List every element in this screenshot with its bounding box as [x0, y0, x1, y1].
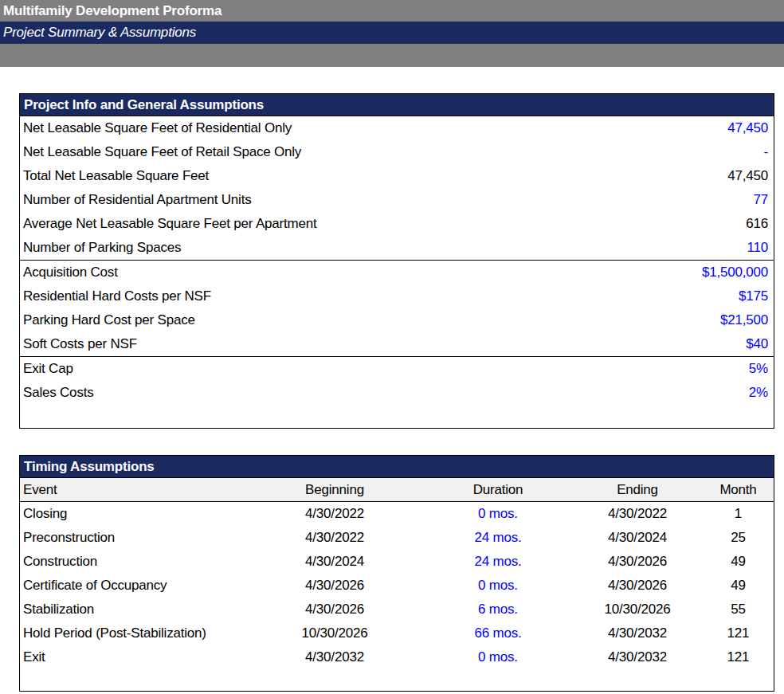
- input-cell[interactable]: 47,450: [727, 116, 768, 140]
- input-cell[interactable]: 77: [753, 188, 768, 212]
- banner-spacer: [0, 44, 784, 67]
- cell-event: Stabilization: [20, 598, 247, 621]
- table-row: Average Net Leasable Square Feet per Apa…: [20, 212, 774, 236]
- input-cell[interactable]: $1,500,000: [702, 261, 768, 284]
- input-cell-duration[interactable]: 24 mos.: [422, 550, 574, 574]
- cell-month: 49: [701, 550, 775, 574]
- row-label: Net Leasable Square Feet of Retail Space…: [23, 140, 301, 164]
- cell-ending: 4/30/2032: [574, 621, 701, 645]
- table-row: Construction 4/30/2024 24 mos. 4/30/2026…: [20, 550, 774, 574]
- table-row: Preconstruction 4/30/2022 24 mos. 4/30/2…: [20, 526, 774, 550]
- input-cell-duration[interactable]: 66 mos.: [422, 621, 574, 645]
- area-assumptions-section: Net Leasable Square Feet of Residential …: [20, 116, 774, 261]
- input-cell-duration[interactable]: 24 mos.: [422, 526, 574, 550]
- row-label: Acquisition Cost: [23, 261, 118, 284]
- cell-beginning: 10/30/2026: [247, 621, 422, 645]
- cell-ending: 10/30/2026: [574, 598, 701, 621]
- input-cell-duration[interactable]: 0 mos.: [422, 502, 574, 526]
- input-cell-duration[interactable]: 0 mos.: [422, 645, 574, 669]
- cell-month: 121: [701, 621, 775, 645]
- row-label: Average Net Leasable Square Feet per Apa…: [23, 212, 317, 236]
- cell-event: Certificate of Occupancy: [20, 574, 247, 598]
- cell-event: Hold Period (Post-Stabilization): [20, 621, 247, 645]
- table-row: Number of Residential Apartment Units 77: [20, 188, 774, 212]
- table-row: Hold Period (Post-Stabilization) 10/30/2…: [20, 621, 774, 645]
- input-cell-duration[interactable]: 0 mos.: [422, 574, 574, 598]
- column-header-ending: Ending: [574, 478, 701, 501]
- table-row: Acquisition Cost $1,500,000: [20, 261, 774, 284]
- table-row: Residential Hard Costs per NSF $175: [20, 284, 774, 308]
- timing-table: Timing Assumptions Event Beginning Durat…: [19, 455, 774, 692]
- cell-event: Exit: [20, 645, 247, 669]
- cell-beginning: 4/30/2032: [247, 645, 422, 669]
- table-row: Net Leasable Square Feet of Retail Space…: [20, 140, 774, 164]
- cell-ending: 4/30/2024: [574, 526, 701, 550]
- cell-beginning: 4/30/2024: [247, 550, 422, 574]
- column-header-duration: Duration: [422, 478, 574, 501]
- table-row: Closing 4/30/2022 0 mos. 4/30/2022 1: [20, 502, 774, 526]
- table-row: Soft Costs per NSF $40: [20, 332, 774, 356]
- cell-ending: 4/30/2032: [574, 645, 701, 669]
- input-cell[interactable]: -: [764, 140, 768, 164]
- timing-table-title: Timing Assumptions: [20, 456, 774, 478]
- cell-ending: 4/30/2026: [574, 550, 701, 574]
- project-info-table: Project Info and General Assumptions Net…: [19, 93, 774, 429]
- table-row: Exit 4/30/2032 0 mos. 4/30/2032 121: [20, 645, 774, 669]
- row-label: Net Leasable Square Feet of Residential …: [23, 116, 292, 140]
- sheet-body: Project Info and General Assumptions Net…: [19, 93, 774, 692]
- column-header-beginning: Beginning: [247, 478, 422, 501]
- cell-beginning: 4/30/2026: [247, 598, 422, 621]
- cell-month: 121: [701, 645, 775, 669]
- cell-month: 25: [701, 526, 775, 550]
- cell-ending: 4/30/2026: [574, 574, 701, 598]
- empty-row: [20, 405, 774, 428]
- timing-column-header-row: Event Beginning Duration Ending Month: [20, 478, 774, 502]
- column-header-event: Event: [20, 478, 247, 501]
- table-row: Certificate of Occupancy 4/30/2026 0 mos…: [20, 574, 774, 598]
- cell-month: 1: [701, 502, 775, 526]
- cell-beginning: 4/30/2022: [247, 526, 422, 550]
- input-cell[interactable]: $21,500: [720, 308, 768, 332]
- row-label: Number of Parking Spaces: [23, 236, 181, 260]
- table-row: Stabilization 4/30/2026 6 mos. 10/30/202…: [20, 598, 774, 621]
- cell-beginning: 4/30/2026: [247, 574, 422, 598]
- row-label: Exit Cap: [23, 357, 73, 381]
- cell-month: 55: [701, 598, 775, 621]
- row-label: Parking Hard Cost per Space: [23, 308, 195, 332]
- table-row: Total Net Leasable Square Feet 47,450: [20, 164, 774, 188]
- cell-event: Preconstruction: [20, 526, 247, 550]
- table-row: Exit Cap 5%: [20, 357, 774, 381]
- row-label: Residential Hard Costs per NSF: [23, 284, 211, 308]
- input-cell[interactable]: 2%: [749, 381, 768, 405]
- input-cell[interactable]: 110: [747, 236, 768, 260]
- column-header-month: Month: [701, 478, 775, 501]
- calculated-cell: 47,450: [727, 164, 768, 188]
- empty-row: [20, 669, 774, 691]
- calculated-cell: 616: [746, 212, 768, 236]
- cell-event: Construction: [20, 550, 247, 574]
- cell-month: 49: [701, 574, 775, 598]
- table-row: Parking Hard Cost per Space $21,500: [20, 308, 774, 332]
- table-row: Net Leasable Square Feet of Residential …: [20, 116, 774, 140]
- project-info-table-title: Project Info and General Assumptions: [20, 94, 774, 116]
- input-cell[interactable]: 5%: [749, 357, 768, 381]
- table-row: Number of Parking Spaces 110: [20, 236, 774, 260]
- workbook-title: Multifamily Development Proforma: [0, 0, 784, 22]
- input-cell[interactable]: $40: [746, 332, 768, 356]
- table-row: Sales Costs 2%: [20, 381, 774, 405]
- row-label: Soft Costs per NSF: [23, 332, 137, 356]
- sheet-subtitle: Project Summary & Assumptions: [0, 22, 784, 44]
- cost-assumptions-section: Acquisition Cost $1,500,000 Residential …: [20, 261, 774, 357]
- input-cell[interactable]: $175: [739, 284, 768, 308]
- cell-event: Closing: [20, 502, 247, 526]
- cell-beginning: 4/30/2022: [247, 502, 422, 526]
- row-label: Sales Costs: [23, 381, 94, 405]
- row-label: Number of Residential Apartment Units: [23, 188, 251, 212]
- input-cell-duration[interactable]: 6 mos.: [422, 598, 574, 621]
- row-label: Total Net Leasable Square Feet: [23, 164, 209, 188]
- cell-ending: 4/30/2022: [574, 502, 701, 526]
- exit-assumptions-section: Exit Cap 5% Sales Costs 2%: [20, 357, 774, 428]
